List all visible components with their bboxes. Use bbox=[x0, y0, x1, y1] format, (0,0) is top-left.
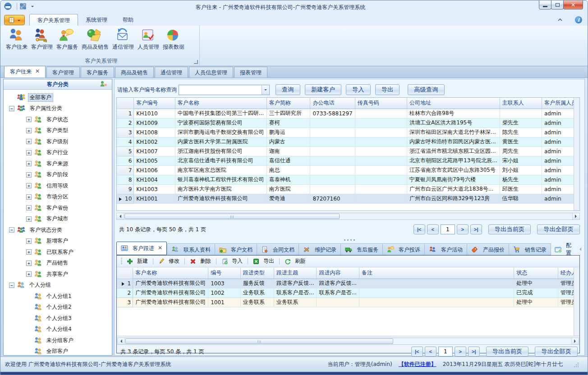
tree-item-20[interactable]: 个人分组2 bbox=[6, 302, 112, 313]
ribbon-tab-2[interactable]: 系统管理 bbox=[78, 14, 115, 26]
app-menu-button[interactable] bbox=[4, 15, 25, 25]
doc-tab-4[interactable]: 商品及销售 bbox=[115, 67, 154, 78]
toolbar-import-button[interactable]: 导入 bbox=[219, 256, 245, 266]
collapse-toggle-icon[interactable]: − bbox=[9, 283, 14, 288]
table-row[interactable]: 3广州爱奇迪软件科技有限公司1001业务联系业务联系处理中管理员 bbox=[117, 297, 579, 307]
horizontal-scrollbar[interactable] bbox=[116, 213, 580, 220]
scrollbar-thumb[interactable] bbox=[125, 338, 393, 344]
ribbon-button-rb-report[interactable]: 报表数据 bbox=[161, 27, 186, 57]
detail-tab-10[interactable]: 销售记录 bbox=[509, 243, 551, 255]
first-page-button[interactable]: |< bbox=[413, 224, 425, 234]
expand-toggle-icon[interactable]: + bbox=[26, 117, 32, 122]
table-row[interactable]: 4KH1002内蒙古医科大学第二附属医院内蒙古内蒙古呼和浩特市回民区内蒙古医..… bbox=[117, 137, 579, 146]
table-row[interactable]: 6KH1005北京嘉信仕通电子科技有限公司嘉信仕通北京市朝阳区北苑路甲13号院北… bbox=[117, 156, 579, 165]
expand-toggle-icon[interactable]: + bbox=[26, 271, 32, 277]
collapse-toggle-icon[interactable]: − bbox=[9, 227, 14, 233]
tree-item-4[interactable]: +客户类型 bbox=[6, 125, 112, 137]
tree-item-24[interactable]: 全部客户 bbox=[6, 346, 112, 357]
detail-tab-6[interactable]: 售后服务 bbox=[341, 243, 383, 255]
expand-toggle-icon[interactable]: + bbox=[26, 150, 32, 155]
tree-item-11[interactable]: +客户省份 bbox=[6, 202, 112, 214]
scrollbar-track[interactable] bbox=[125, 338, 571, 344]
tree-item-17[interactable]: +共享客户 bbox=[6, 269, 112, 280]
column-header[interactable]: 公司地址 bbox=[407, 98, 500, 109]
detail-tab-2[interactable]: 联系人资料 bbox=[167, 243, 215, 255]
tree-item-13[interactable]: −客户状态分类 bbox=[6, 224, 112, 236]
tree-item-8[interactable]: +客户阶段 bbox=[6, 169, 112, 181]
ribbon-button-rb-comm[interactable]: 通信管理 bbox=[110, 27, 136, 57]
export-all-pages-button[interactable]: 导出全部页 bbox=[537, 224, 580, 234]
prev-page-button[interactable]: < bbox=[425, 347, 436, 357]
page-number-input[interactable] bbox=[438, 347, 453, 357]
column-header[interactable]: 客户名称 bbox=[175, 98, 266, 109]
expand-toggle-icon[interactable]: + bbox=[26, 128, 32, 133]
toolbar-delete-button[interactable]: 删除 bbox=[188, 256, 213, 266]
collapse-ribbon-icon[interactable] bbox=[557, 18, 563, 22]
license-link[interactable]: 【软件已注册】 bbox=[399, 361, 436, 368]
export-current-page-button[interactable]: 导出当前页 bbox=[488, 224, 531, 234]
combo-dropdown-button[interactable] bbox=[262, 85, 269, 95]
tree-item-1[interactable]: 全部客户 bbox=[6, 92, 112, 103]
table-row[interactable]: 10KH1001广州爱奇迪软件科技有限公司爱奇迪87207160广州市白云区同和… bbox=[117, 194, 579, 203]
scroll-tabs-left-icon[interactable] bbox=[578, 247, 581, 251]
last-page-button[interactable]: >| bbox=[468, 347, 480, 357]
column-header[interactable]: 跟进内容 bbox=[317, 268, 359, 279]
column-header[interactable]: 备注 bbox=[359, 268, 514, 279]
help-info-icon[interactable]: i bbox=[575, 16, 582, 23]
expand-toggle-icon[interactable]: + bbox=[26, 205, 32, 210]
ribbon-button-rb-service[interactable]: 客户服务 bbox=[55, 27, 80, 57]
search-button-4[interactable]: 导出 bbox=[375, 84, 400, 95]
export-all-pages-button[interactable]: 导出全部页 bbox=[535, 347, 578, 357]
tree-item-12[interactable]: +客户城市 bbox=[6, 214, 112, 225]
expand-toggle-icon[interactable]: + bbox=[26, 238, 32, 244]
table-row[interactable]: 5KH1007浙江迦南科技股份有限公司迦南浙江省温州市瓯北镇东瓯工业区园...周… bbox=[117, 146, 579, 156]
next-page-button[interactable]: > bbox=[455, 347, 466, 357]
tree-item-19[interactable]: 个人分组1 bbox=[6, 291, 112, 302]
doc-tab-7[interactable]: 报表管理 bbox=[234, 67, 267, 78]
doc-tab-1[interactable]: 客户往来✕ bbox=[4, 66, 46, 78]
prev-page-button[interactable]: < bbox=[427, 224, 439, 234]
ribbon-button-rb-manage[interactable]: 客户管理 bbox=[29, 27, 55, 57]
ribbon-button-rb-staff[interactable]: 人员管理 bbox=[136, 27, 161, 57]
column-header[interactable]: 编号 bbox=[208, 268, 241, 279]
expand-toggle-icon[interactable]: + bbox=[26, 161, 32, 166]
horizontal-scrollbar[interactable] bbox=[117, 338, 579, 345]
column-header[interactable]: 跟进类型 bbox=[240, 268, 274, 279]
column-header[interactable]: 跟进主题 bbox=[274, 268, 317, 279]
ribbon-button-rb-visits[interactable]: 客户往来 bbox=[4, 27, 29, 57]
app-icon[interactable] bbox=[4, 3, 12, 10]
toolbar-export-button[interactable]: 导出 bbox=[251, 256, 276, 266]
expand-toggle-icon[interactable]: + bbox=[26, 194, 32, 200]
column-header[interactable]: 客户名称 bbox=[133, 268, 208, 279]
expand-toggle-icon[interactable]: + bbox=[26, 261, 32, 266]
tree-item-15[interactable]: +已联系客户 bbox=[6, 247, 112, 258]
tree-item-2[interactable]: −客户属性分类 bbox=[6, 103, 112, 114]
close-button[interactable]: ✕ bbox=[563, 0, 583, 9]
detail-tab-8[interactable]: 客户活动 bbox=[425, 243, 467, 255]
tree-item-5[interactable]: +客户级别 bbox=[6, 136, 112, 147]
vertical-scrollbar[interactable] bbox=[574, 98, 579, 210]
column-header[interactable]: 传真号码 bbox=[355, 98, 407, 109]
manage-category-icon[interactable] bbox=[100, 81, 107, 87]
table-row[interactable]: 2KH1009宁波赛柯国际贸易有限公司赛柯洪塘工业A区洪大路195号柴先生adm… bbox=[117, 118, 579, 128]
scroll-left-button[interactable] bbox=[117, 213, 124, 220]
table-row[interactable]: 9KH1003南方医科大学南方医院南方医院广州市白云区广州大道北1838号...… bbox=[117, 184, 579, 194]
table-row[interactable]: 8KH1004银川嘉泰神机工程软件技术有限公司嘉泰神机宁夏银川凤凰南街79号六楼… bbox=[117, 175, 579, 184]
ribbon-tab-1[interactable]: 客户关系管理 bbox=[29, 14, 78, 26]
search-button-3[interactable]: 导入 bbox=[346, 84, 371, 95]
expand-toggle-icon[interactable]: + bbox=[26, 172, 32, 178]
scroll-left-button[interactable] bbox=[118, 338, 125, 344]
search-input[interactable] bbox=[179, 85, 262, 95]
tree-item-3[interactable]: +客户状态 bbox=[6, 114, 112, 125]
toolbar-refresh-button[interactable]: 刷新 bbox=[282, 256, 308, 266]
expand-toggle-icon[interactable]: + bbox=[26, 216, 32, 222]
maximize-button[interactable] bbox=[551, 0, 564, 9]
tree-item-22[interactable]: 个人分组4 bbox=[6, 324, 112, 335]
search-button-2[interactable]: 新建客户 bbox=[305, 84, 341, 95]
expand-toggle-icon[interactable]: + bbox=[26, 183, 32, 188]
doc-tab-3[interactable]: 客户服务 bbox=[81, 67, 114, 78]
toolbar-add-button[interactable]: 新建 bbox=[124, 256, 150, 266]
resize-grip-icon[interactable] bbox=[574, 362, 579, 367]
table-row[interactable]: 2广州爱奇迪软件科技有限公司1002业务联系联系客户是否...联系客户是否...… bbox=[117, 288, 579, 297]
detail-tab-9[interactable]: 产品报价 bbox=[467, 243, 509, 255]
